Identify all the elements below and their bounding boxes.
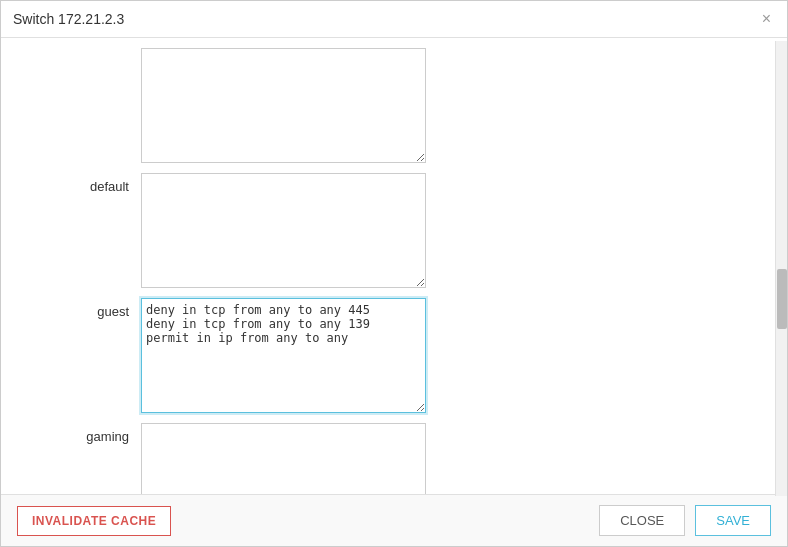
label-top bbox=[21, 48, 141, 54]
textarea-guest[interactable]: deny in tcp from any to any 445 deny in … bbox=[141, 298, 426, 413]
textarea-default[interactable] bbox=[141, 173, 426, 288]
form-row-guest: guest deny in tcp from any to any 445 de… bbox=[21, 298, 767, 413]
save-button[interactable]: SAVE bbox=[695, 505, 771, 536]
textarea-top[interactable] bbox=[141, 48, 426, 163]
dialog-header: Switch 172.21.2.3 × bbox=[1, 1, 787, 38]
close-x-button[interactable]: × bbox=[758, 9, 775, 29]
dialog-footer: INVALIDATE CACHE CLOSE SAVE bbox=[1, 494, 787, 546]
form-row-gaming: gaming bbox=[21, 423, 767, 494]
label-guest: guest bbox=[21, 298, 141, 319]
invalidate-cache-button[interactable]: INVALIDATE CACHE bbox=[17, 506, 171, 536]
textarea-gaming[interactable] bbox=[141, 423, 426, 494]
dialog-title: Switch 172.21.2.3 bbox=[13, 11, 124, 27]
dialog-body: default guest deny in tcp from any to an… bbox=[1, 38, 787, 494]
footer-right-buttons: CLOSE SAVE bbox=[599, 505, 771, 536]
label-default: default bbox=[21, 173, 141, 194]
form-row-top bbox=[21, 48, 767, 163]
scroll-thumb bbox=[777, 269, 787, 329]
form-row-default: default bbox=[21, 173, 767, 288]
scroll-track bbox=[775, 41, 787, 496]
switch-dialog: Switch 172.21.2.3 × default guest deny i… bbox=[0, 0, 788, 547]
label-gaming: gaming bbox=[21, 423, 141, 444]
close-button[interactable]: CLOSE bbox=[599, 505, 685, 536]
